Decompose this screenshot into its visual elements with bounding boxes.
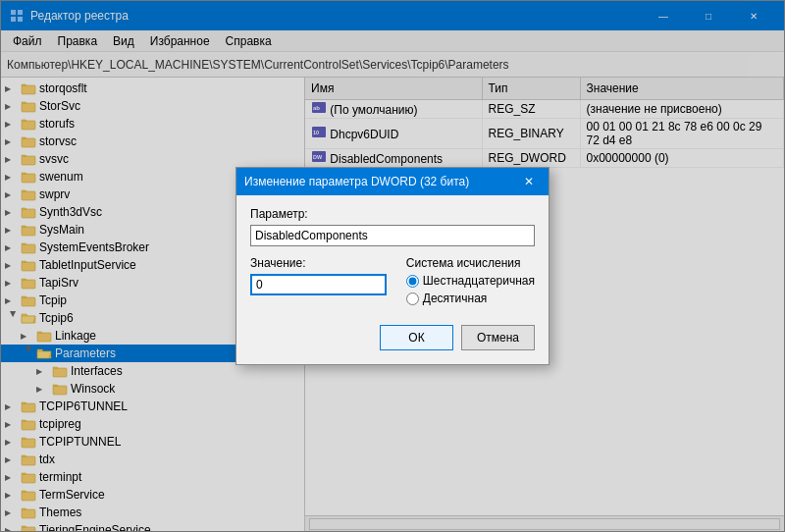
ok-button[interactable]: ОК	[380, 325, 453, 350]
modal-buttons: ОК Отмена	[250, 321, 535, 352]
param-label: Параметр:	[250, 207, 535, 221]
value-input-wrap: Значение:	[250, 256, 387, 309]
modal-body: Параметр: Значение: Система исчисления Ш…	[236, 195, 549, 364]
cancel-button[interactable]: Отмена	[461, 325, 535, 350]
radio-hex[interactable]: Шестнадцатеричная	[406, 274, 535, 288]
value-label: Значение:	[250, 256, 387, 270]
modal-value-row: Значение: Система исчисления Шестнадцате…	[250, 256, 535, 309]
radio-hex-label: Шестнадцатеричная	[423, 274, 535, 288]
radio-dec-label: Десятичная	[423, 292, 488, 305]
value-input[interactable]	[250, 274, 387, 295]
radio-dec[interactable]: Десятичная	[406, 292, 535, 305]
param-input[interactable]	[250, 225, 535, 246]
dword-edit-dialog: Изменение параметра DWORD (32 бита) ✕ Па…	[236, 167, 550, 365]
radix-group-label: Система исчисления	[406, 256, 535, 270]
modal-overlay: Изменение параметра DWORD (32 бита) ✕ Па…	[0, 0, 785, 532]
modal-title-bar: Изменение параметра DWORD (32 бита) ✕	[236, 168, 549, 195]
modal-title: Изменение параметра DWORD (32 бита)	[244, 175, 517, 188]
radix-group: Система исчисления Шестнадцатеричная Дес…	[406, 256, 535, 309]
modal-close-button[interactable]: ✕	[517, 170, 541, 193]
